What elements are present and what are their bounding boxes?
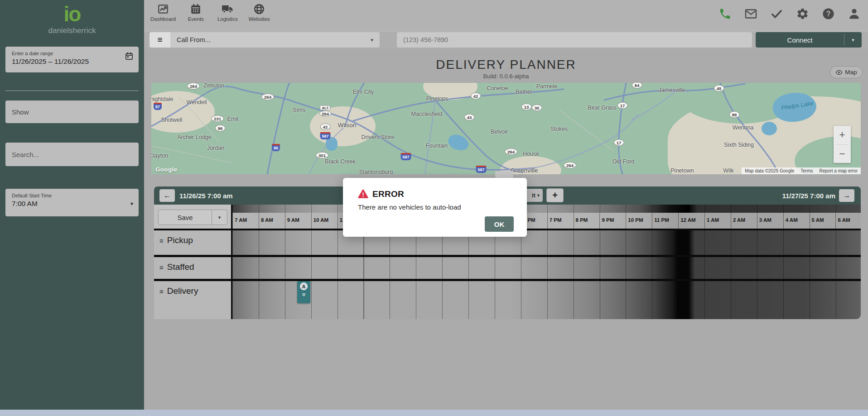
save-split-button[interactable]: Save ▾ [158,210,227,225]
route-shield: 231 [211,115,224,122]
map-town-label: Bear Grass [588,105,616,111]
report-map-error-link[interactable]: Report a map error [816,167,861,174]
map-town-label: Drivers Store [362,134,395,140]
hour-header-cell: 8 PM [574,213,600,229]
map-toggle-label: Map [845,69,857,76]
menu-button[interactable]: ≡ [149,32,170,48]
call-bar: ≡ Call From... ▾ (123) 456-7890 Connect … [144,31,868,49]
map-town-label: Jordan [207,145,224,151]
date-range-label: Enter a date range [12,51,132,56]
map-town-label: Bethel [516,89,531,95]
map-town-label: Sims [293,107,305,113]
timeline-start-date: 11/26/25 7:00 am [179,186,233,205]
map-town-label: House [523,151,539,157]
call-from-select[interactable]: Call From... ▾ [170,32,380,48]
map-town-label: Fountain [426,143,448,149]
route-shield: 301 [316,152,328,159]
nav-item-logistics[interactable]: Logistics [216,3,239,22]
interstate-shield: 587 [400,153,411,160]
map-canvas[interactable]: ZebulonnightdaleWendellSimsShotwellEmitA… [151,83,861,174]
route-shield: 96 [215,125,226,132]
help-icon[interactable]: ? [822,7,835,20]
add-button[interactable]: + [546,188,564,202]
map-toggle-button[interactable]: Map [830,66,863,78]
ok-button[interactable]: OK [485,216,514,232]
warning-icon [358,189,368,199]
nav-item-label: Websites [249,16,270,22]
nav-item-dashboard[interactable]: Dashboard [150,3,176,22]
connect-button[interactable]: Connect ▾ [756,32,862,48]
map-town-label: Greenville [511,167,538,174]
gear-icon[interactable] [796,7,809,20]
check-icon[interactable] [770,7,783,20]
terms-link[interactable]: Terms [797,167,816,174]
user-icon[interactable] [848,7,861,20]
calendar-icon [190,3,202,15]
route-shield: 99 [729,111,740,118]
map-zoom-control: + − [834,126,851,163]
envelope-icon[interactable] [744,7,757,20]
map-town-label: Clayton [151,153,168,159]
route-shield-alt-tag: ALT [320,105,331,110]
delivery-planner-app: io danielsherrick Enter a date range 11/… [0,0,868,416]
map-attribution: Map data ©2025 Google Terms Report a map… [742,167,861,174]
row-label: ≡Staffed [154,257,231,279]
save-dropdown-caret[interactable]: ▾ [212,210,227,225]
interstate-shield: 95 [272,144,280,151]
chevron-down-icon: ▾ [130,201,133,207]
horizontal-scrollbar[interactable] [0,410,868,416]
default-start-time-select[interactable]: Default Start Time 7:00 AM ▾ [5,189,139,216]
row-drag-handle-icon[interactable]: ≡ [159,286,164,295]
map-town-label: Stantonsburg [359,169,393,174]
date-range-value: 11/26/2025 – 11/26/2025 [12,57,132,66]
row-lane-staffed[interactable] [231,257,861,279]
row-drag-handle-icon[interactable]: ≡ [159,235,164,244]
timeline-end-date: 11/27/25 7:00 am [782,186,835,205]
route-shield-number: 264 [319,111,331,117]
connect-button-label: Connect [756,32,844,48]
chevron-down-icon: ▾ [371,37,373,43]
map-town-label: Shotwell [161,117,182,123]
map-town-label: Wilk [723,167,734,174]
google-logo[interactable]: Google [155,166,177,173]
map-resize-handle[interactable] [495,171,513,178]
next-day-button[interactable]: → [839,189,854,202]
map-town-label: Stokes [550,126,568,132]
map-town-label: Conetoe [487,85,508,91]
build-version: Build: 0.0.6-alpha [144,73,868,80]
map-town-label: Elm City [353,89,374,95]
nav-item-label: Events [188,16,204,22]
zoom-out-button[interactable]: − [834,145,851,163]
map-town-label: Zebulon [203,83,224,89]
nav-item-websites[interactable]: Websites [247,3,271,22]
hour-header-cell: 12 AM [678,213,704,229]
error-dialog-message: There are no vehicles to auto-load [358,203,461,211]
zoom-in-button[interactable]: + [834,126,851,144]
route-shield: 30 [532,105,542,111]
route-shield: 17 [614,139,624,146]
search-input[interactable]: Search... [5,143,139,166]
scheduled-event-block[interactable]: A≡ [297,281,310,303]
phone-icon[interactable] [719,7,732,20]
search-placeholder: Search... [12,151,39,158]
map-town-label: Macclesfield [411,111,443,117]
globe-icon [253,3,265,15]
hour-header-cell: 9 PM [599,213,626,229]
show-select[interactable]: Show [5,100,139,123]
calendar-icon[interactable] [125,52,134,61]
map-town-label: Pinetown [670,167,694,174]
map-town-label: Archer Lodge [177,134,211,140]
hour-header-cell: 3 AM [757,213,783,229]
row-lane-delivery[interactable]: A≡ [231,281,861,319]
save-area: Save ▾ [154,205,231,229]
nav-item-events[interactable]: Events [184,3,207,22]
chevron-down-icon[interactable]: ▾ [844,32,862,48]
map-town-label: Wilson [338,122,357,129]
day-night-gradient-strip [231,205,861,213]
previous-day-button[interactable]: ← [159,189,175,202]
row-drag-handle-icon[interactable]: ≡ [159,262,164,271]
phone-number-input[interactable]: (123) 456-7890 [397,32,752,48]
hour-header-cell: 7 PM [547,213,574,229]
row-lane-pickup[interactable] [231,230,861,255]
date-range-field[interactable]: Enter a date range 11/26/2025 – 11/26/20… [5,47,139,72]
